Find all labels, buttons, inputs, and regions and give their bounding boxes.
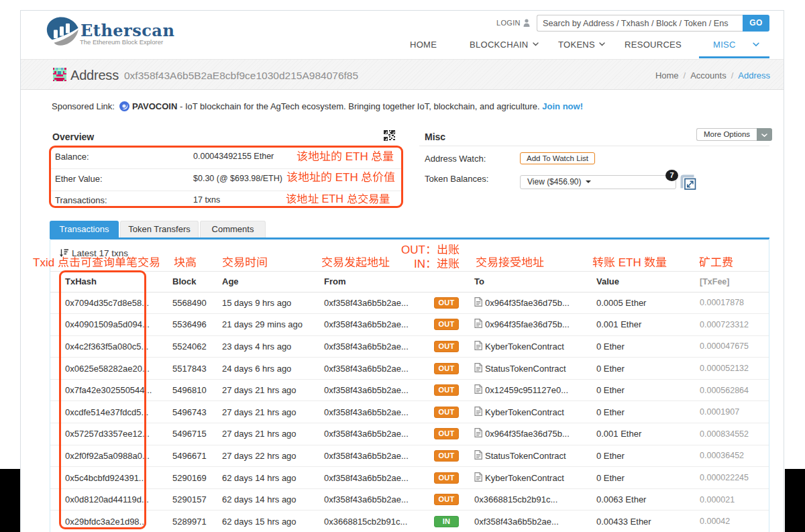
to-address-cell[interactable]: 0x964f35fae36d75b... (474, 292, 570, 314)
value-cell: 0.00433 Ether (596, 511, 651, 532)
active-nav-underline (699, 56, 769, 58)
tab-comments[interactable]: Comments (200, 221, 266, 237)
transactions-table: TxHash Block Age From To Value [TxFee] 0… (50, 271, 769, 532)
to-address-cell[interactable]: StatusTokenContract (474, 445, 566, 467)
contract-icon (474, 297, 482, 309)
block-link[interactable]: 5290169 (172, 467, 207, 488)
misc-title: Misc (425, 131, 445, 142)
block-link[interactable]: 5496810 (172, 380, 207, 401)
block-link[interactable]: 5568490 (172, 292, 207, 314)
more-options-label[interactable]: More Options (696, 128, 757, 141)
from-address-cell: 0xf358f43a6b5b2ae... (324, 380, 409, 401)
block-link[interactable]: 5496715 (172, 423, 207, 445)
contract-icon (474, 450, 482, 462)
txfee-cell: 0.000021 (700, 489, 735, 511)
block-link[interactable]: 5524062 (172, 336, 207, 358)
token-balances-dropdown[interactable]: View ($456.90) (520, 175, 676, 189)
direction-badge: OUT (434, 467, 459, 488)
from-address-cell: 0xf358f43a6b5b2ae... (324, 292, 409, 314)
direction-badge: OUT (434, 358, 459, 379)
to-address-cell[interactable]: KyberTokenContract (474, 336, 564, 358)
search-go-button[interactable]: GO (743, 15, 769, 32)
contract-icon (474, 341, 482, 352)
nav-item-resources[interactable]: RESOURCES (625, 38, 682, 52)
sponsored-name[interactable]: PAVOCOIN (132, 101, 177, 111)
direction-badge: IN (434, 511, 459, 532)
to-address-cell[interactable]: 0xf358f43a6b5b2ae... (474, 511, 559, 532)
annotation-age (222, 256, 268, 270)
logo-title[interactable]: Etherscan (80, 22, 174, 40)
value-cell: 0 Ether (596, 380, 625, 401)
sponsored-desc: - IoT blockchain for the AgTech ecosyste… (180, 101, 540, 111)
from-address-cell: 0xf358f43a6b5b2ae... (324, 423, 409, 445)
age-cell: 62 days 15 hrs ago (222, 511, 297, 532)
age-cell: 24 days 6 hrs ago (222, 358, 291, 379)
from-address-cell: 0xf358f43a6b5b2ae... (324, 489, 409, 511)
txfee-cell: 0.00042 (700, 511, 730, 532)
contract-icon (474, 363, 482, 374)
col-from: From (324, 272, 346, 292)
breadcrumb-accounts[interactable]: Accounts (690, 70, 726, 81)
txhash-annotation-box (59, 270, 146, 529)
block-link[interactable]: 5536496 (172, 314, 207, 335)
block-link[interactable]: 5289971 (172, 511, 207, 532)
chevron-down-icon (533, 42, 538, 48)
nav-item-blockchain[interactable]: BLOCKCHAIN (470, 38, 538, 52)
txfee-cell: 0.000723312 (700, 314, 749, 335)
nav-item-home[interactable]: HOME (410, 38, 437, 52)
more-options-button[interactable]: More Options (696, 128, 772, 141)
direction-badge: OUT (434, 489, 459, 511)
to-address-cell[interactable]: KyberTokenContract (474, 401, 564, 423)
contract-icon (474, 428, 482, 439)
age-cell: 27 days 21 hrs ago (222, 423, 297, 445)
tab-transactions[interactable]: Transactions (50, 221, 119, 237)
breadcrumb: Home/Accounts/Address (655, 70, 770, 81)
to-address-cell[interactable]: 0x964f35fae36d75b... (474, 423, 570, 445)
chevron-down-icon[interactable] (757, 128, 772, 141)
tab-panel-border-right (769, 239, 769, 532)
direction-badge: OUT (434, 445, 459, 467)
nav-item-misc-caret[interactable] (753, 38, 758, 52)
age-cell: 27 days 21 hrs ago (222, 380, 297, 401)
annotation-fee (699, 256, 733, 270)
block-link[interactable]: 5496671 (172, 445, 207, 467)
sponsored-cta[interactable]: Join now! (542, 101, 583, 111)
login-link[interactable]: LOGIN (496, 18, 530, 28)
to-address-cell[interactable]: 0x3668815cb2b91c... (474, 489, 557, 511)
add-to-watch-list-button[interactable]: Add To Watch List (520, 152, 595, 164)
nav-item-misc[interactable]: MISC (713, 38, 736, 52)
to-address-cell[interactable]: StatusTokenContract (474, 358, 566, 379)
value-cell: 0.001 Ether (596, 423, 641, 445)
from-address-cell: 0xf358f43a6b5b2ae... (324, 401, 409, 423)
breadcrumb-home[interactable]: Home (655, 70, 679, 81)
age-cell: 21 days 29 mins ago (222, 314, 303, 335)
annotation-to (476, 256, 544, 270)
block-link[interactable]: 5496743 (172, 401, 207, 423)
nav-item-tokens[interactable]: TOKENS (558, 38, 604, 52)
contract-icon (474, 384, 482, 396)
direction-badge: OUT (434, 336, 459, 358)
person-icon (523, 19, 530, 29)
transaction-row: 0x0d8120ad44119d... 5290157 62 days 14 h… (50, 489, 769, 511)
expand-icon[interactable] (680, 174, 696, 190)
to-address-cell[interactable]: KyberTokenContract (474, 467, 564, 488)
breadcrumb-separator: / (679, 70, 691, 81)
annotation-block (174, 256, 197, 270)
tab-token-transfers[interactable]: Token Transfers (120, 221, 199, 237)
black-bar-left (0, 469, 20, 532)
txfee-cell: 0.00017878 (700, 292, 744, 314)
to-address-cell[interactable]: 0x964f35fae36d75b... (474, 314, 570, 335)
direction-badge: OUT (434, 380, 459, 401)
overview-title: Overview (52, 131, 94, 142)
annotation-legend: OUTIN (325, 244, 460, 271)
transaction-row: 0x0625e58282ae20... 5517843 24 days 6 hr… (50, 358, 769, 380)
sponsored-link-row: Sponsored Link:PAVOCOIN - IoT blockchain… (52, 101, 583, 112)
block-link[interactable]: 5517843 (172, 358, 207, 379)
to-address-cell[interactable]: 0x12459c951127e0... (474, 380, 568, 401)
qr-code-icon[interactable] (384, 130, 395, 141)
block-link[interactable]: 5290157 (172, 489, 207, 511)
search-input[interactable] (537, 15, 743, 32)
transaction-row: 0x5c4bcbfd924391... 5290169 62 days 14 h… (50, 467, 769, 489)
value-cell: 0 Ether (596, 336, 625, 358)
value-cell: 0 Ether (596, 467, 625, 488)
